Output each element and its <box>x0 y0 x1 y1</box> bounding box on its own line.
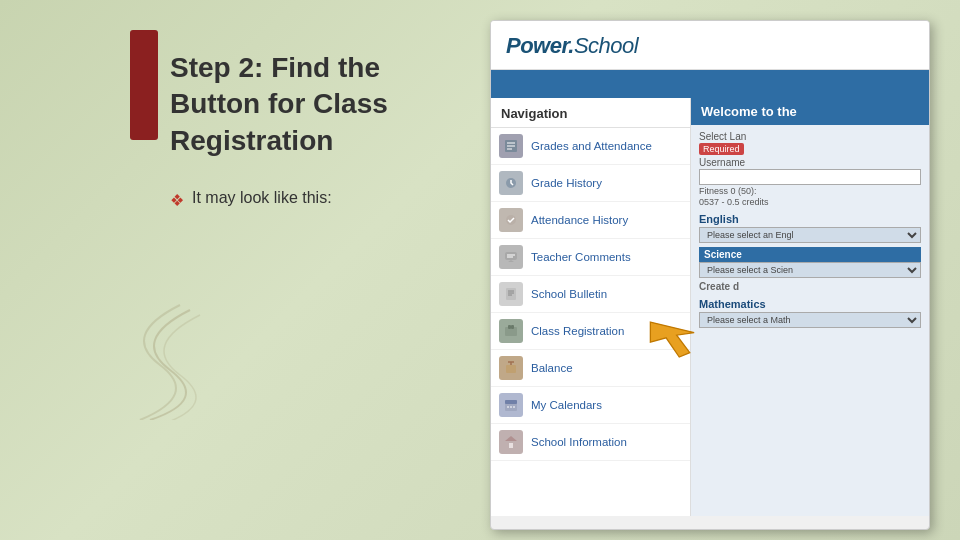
decorative-lines <box>110 300 210 420</box>
class-registration-icon <box>499 319 523 343</box>
ps-form-area: Select Lan Required Username Fitness 0 (… <box>691 125 929 334</box>
nav-item-grades[interactable]: Grades and Attendance <box>491 128 690 165</box>
svg-rect-9 <box>506 288 516 300</box>
nav-item-grade-history[interactable]: Grade History <box>491 165 690 202</box>
ps-navigation: Navigation Grades and Attendance Grade H… <box>491 98 691 516</box>
course-info-2: 0537 - 0.5 credits <box>699 197 921 207</box>
ps-right-panel: Welcome to the Select Lan Required Usern… <box>691 98 929 516</box>
my-calendars-icon <box>499 393 523 417</box>
svg-rect-17 <box>506 365 516 373</box>
school-bulletin-label: School Bulletin <box>531 288 607 300</box>
nav-item-school-information[interactable]: School Information <box>491 424 690 461</box>
svg-rect-21 <box>505 400 517 404</box>
bullet-text: It may look like this: <box>192 189 332 207</box>
english-section-title: English <box>699 213 921 225</box>
arrow-cursor <box>646 308 716 358</box>
required-badge: Required <box>699 143 921 157</box>
nav-title: Navigation <box>491 98 690 128</box>
balance-label: Balance <box>531 362 573 374</box>
course-info-1: Fitness 0 (50): <box>699 186 921 196</box>
username-input[interactable] <box>699 169 921 185</box>
school-information-label: School Information <box>531 436 627 448</box>
science-section-title: Science <box>699 247 921 262</box>
school-bulletin-icon <box>499 282 523 306</box>
select-lang-label: Select Lan <box>699 131 921 142</box>
teacher-comments-label: Teacher Comments <box>531 251 631 263</box>
slide-title: Step 2: Find the Button for Class Regist… <box>170 50 470 159</box>
nav-item-attendance-history[interactable]: Attendance History <box>491 202 690 239</box>
balance-icon <box>499 356 523 380</box>
svg-rect-13 <box>505 327 517 336</box>
svg-rect-27 <box>509 443 513 448</box>
nav-item-teacher-comments[interactable]: Teacher Comments <box>491 239 690 276</box>
my-calendars-label: My Calendars <box>531 399 602 411</box>
svg-marker-16 <box>650 322 694 357</box>
svg-rect-14 <box>508 325 511 329</box>
grades-label: Grades and Attendance <box>531 140 652 152</box>
logo-power: Power. <box>506 33 574 58</box>
class-registration-label: Class Registration <box>531 325 624 337</box>
teacher-comments-icon <box>499 245 523 269</box>
ps-blue-bar <box>491 70 929 98</box>
ps-header: Power.School <box>491 21 929 70</box>
school-information-icon <box>499 430 523 454</box>
red-accent-decoration <box>130 30 158 140</box>
welcome-label: Welcome to the <box>701 104 797 119</box>
math-section-title: Mathematics <box>699 298 921 310</box>
username-label: Username <box>699 157 921 168</box>
slide-content: Step 2: Find the Button for Class Regist… <box>170 50 470 210</box>
nav-item-my-calendars[interactable]: My Calendars <box>491 387 690 424</box>
required-label: Required <box>699 143 744 155</box>
nav-item-class-registration[interactable]: Class Registration <box>491 313 690 350</box>
ps-body: Navigation Grades and Attendance Grade H… <box>491 98 929 516</box>
powerschool-panel: Power.School Navigation Grades and Atten… <box>490 20 930 530</box>
science-select[interactable]: Please select a Scien <box>699 262 921 278</box>
bullet-icon: ❖ <box>170 191 184 210</box>
logo-school: School <box>574 33 638 58</box>
ps-logo: Power.School <box>506 33 914 59</box>
ps-welcome-text: Welcome to the <box>691 98 929 125</box>
bullet-item: ❖ It may look like this: <box>170 189 470 210</box>
grade-history-label: Grade History <box>531 177 602 189</box>
svg-rect-6 <box>505 252 517 260</box>
grade-history-icon <box>499 171 523 195</box>
grades-icon <box>499 134 523 158</box>
english-select[interactable]: Please select an Engl <box>699 227 921 243</box>
math-select[interactable]: Please select a Math <box>699 312 921 328</box>
svg-rect-15 <box>511 325 514 329</box>
attendance-history-label: Attendance History <box>531 214 628 226</box>
svg-marker-26 <box>505 436 517 441</box>
attendance-history-icon <box>499 208 523 232</box>
create-label: Create d <box>699 281 921 292</box>
